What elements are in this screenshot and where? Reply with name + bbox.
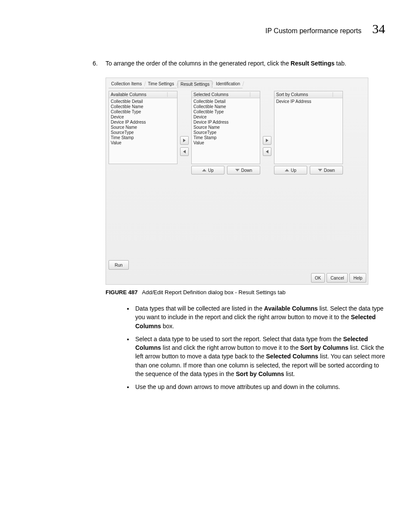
figure-text: Add/Edit Report Definition dialog box - … (142, 289, 286, 296)
list-item[interactable]: Device (193, 115, 258, 120)
figure-label: FIGURE 487 (106, 289, 137, 296)
panel: Available Columns Collectible DetailColl… (106, 88, 368, 187)
list-item[interactable]: Time Stamp (193, 135, 258, 140)
list-item[interactable]: Time Stamp (111, 135, 175, 140)
list-item[interactable]: Collectible Detail (111, 99, 175, 104)
chevron-left-icon (266, 150, 268, 153)
move-right-2-button[interactable] (263, 136, 271, 145)
list-item[interactable]: Collectible Type (193, 109, 258, 115)
tab-row: Collection Items Time Settings Result Se… (106, 78, 368, 88)
tab-identification[interactable]: Identification (213, 81, 243, 88)
list-item[interactable]: Source Name (111, 125, 175, 130)
ok-button[interactable]: OK (311, 273, 325, 283)
list-item[interactable]: Collectible Name (193, 104, 258, 109)
down-icon (318, 169, 322, 171)
list-item[interactable]: SourceType (111, 130, 175, 135)
sort-up-button[interactable]: Up (274, 166, 307, 174)
run-button[interactable]: Run (109, 260, 129, 270)
chapter-number: 34 (372, 22, 385, 36)
result-settings-dialog: Collection Items Time Settings Result Se… (106, 78, 368, 285)
dialog-button-row: OK Cancel Help (106, 271, 368, 284)
available-columns-header: Available Columns (111, 92, 146, 97)
list-item[interactable]: Value (193, 140, 258, 146)
sort-by-columns-header: Sort by Columns (276, 92, 308, 97)
sort-by-columns-list[interactable]: Sort by Columns Device IP Address (274, 91, 343, 164)
selected-columns-col: Selected Columns Collectible DetailColle… (191, 91, 260, 184)
chevron-right-icon (183, 139, 186, 142)
bullet-1: Data types that will be collected are li… (134, 304, 385, 330)
up-icon (202, 169, 206, 171)
list-item[interactable]: Source Name (193, 125, 258, 130)
move-left-1-button[interactable] (180, 147, 189, 156)
tab-result-settings[interactable]: Result Settings (177, 81, 212, 88)
list-item[interactable]: Device IP Address (111, 120, 175, 125)
selected-columns-list[interactable]: Selected Columns Collectible DetailColle… (191, 91, 260, 164)
list-item[interactable]: Device (111, 115, 175, 120)
step-6: 6. To arrange the order of the columns i… (93, 60, 385, 67)
help-button[interactable]: Help (349, 273, 366, 283)
sort-by-columns-col: Sort by Columns Device IP Address Up Dow… (274, 91, 343, 184)
arrows-1 (180, 91, 189, 184)
move-left-2-button[interactable] (263, 147, 271, 156)
available-columns-list[interactable]: Available Columns Collectible DetailColl… (109, 91, 177, 164)
sort-down-button[interactable]: Down (310, 166, 343, 174)
list-item[interactable]: Collectible Name (111, 104, 175, 109)
up-icon (285, 169, 289, 171)
list-item[interactable]: Device IP Address (276, 99, 341, 104)
tab-collection-items[interactable]: Collection Items (109, 81, 144, 88)
header-title: IP Custom performance reports (265, 27, 361, 35)
list-item[interactable]: Value (111, 140, 175, 146)
chevron-right-icon (266, 139, 268, 142)
step-number: 6. (93, 60, 106, 67)
bullet-list: Data types that will be collected are li… (125, 304, 385, 392)
cancel-button[interactable]: Cancel (327, 273, 348, 283)
arrows-2 (263, 91, 271, 184)
page-header: IP Custom performance reports 34 (26, 22, 385, 36)
list-item[interactable]: SourceType (193, 130, 258, 135)
list-item[interactable]: Collectible Detail (193, 99, 258, 104)
selected-up-button[interactable]: Up (191, 166, 224, 174)
bullet-3: Use the up and down arrows to move attri… (134, 383, 385, 391)
step-text: To arrange the order of the columns in t… (106, 60, 346, 67)
selected-down-button[interactable]: Down (227, 166, 260, 174)
chevron-left-icon (183, 150, 186, 153)
tab-time-settings[interactable]: Time Settings (145, 81, 177, 88)
figure-caption: FIGURE 487 Add/Edit Report Definition di… (106, 289, 385, 296)
list-item[interactable]: Collectible Type (111, 109, 175, 115)
available-columns-col: Available Columns Collectible DetailColl… (109, 91, 177, 184)
list-item[interactable]: Device IP Address (193, 120, 258, 125)
move-right-1-button[interactable] (180, 136, 189, 145)
bullet-2: Select a data type to be used to sort th… (134, 335, 385, 378)
blank-area (106, 187, 368, 260)
down-icon (235, 169, 240, 171)
selected-columns-header: Selected Columns (193, 92, 228, 97)
